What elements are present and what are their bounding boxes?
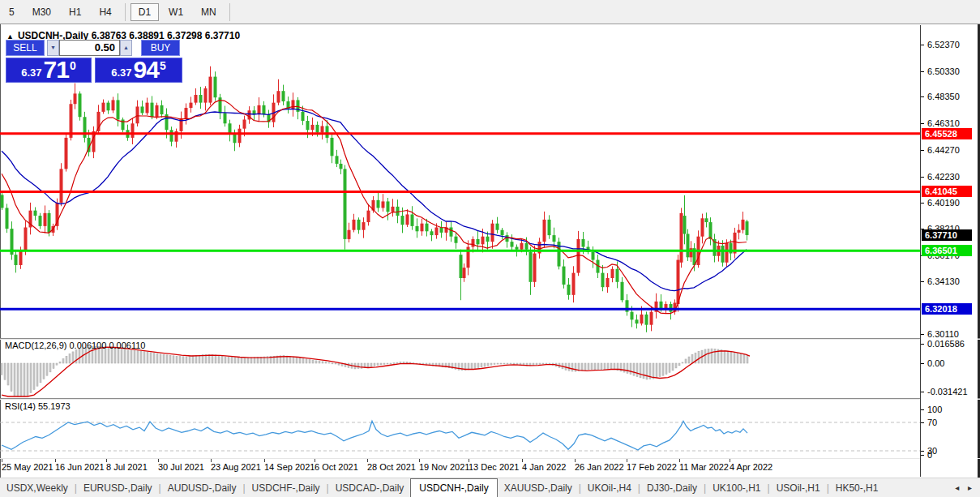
macd-histogram-bar: [72, 352, 74, 363]
candle-bearish: [548, 220, 551, 235]
macd-histogram-bar: [36, 363, 38, 386]
sell-price-panel[interactable]: 6.37 71 0: [6, 58, 92, 83]
date-axis-label: 6 Oct 2021: [315, 462, 358, 472]
macd-histogram-bar: [143, 352, 145, 363]
candle-bullish: [44, 213, 47, 226]
date-axis-tick: [158, 459, 159, 462]
macd-histogram-bar: [458, 363, 460, 370]
candle-bearish: [199, 95, 203, 103]
macd-histogram-bar: [179, 357, 181, 363]
macd-rsi-separator[interactable]: [0, 398, 980, 400]
volume-increase-icon[interactable]: ▲: [120, 40, 132, 56]
volume-decrease-icon[interactable]: ▼: [47, 40, 59, 56]
price-macd-separator[interactable]: [0, 338, 980, 340]
macd-histogram-bar: [53, 363, 54, 369]
candle-bullish: [321, 126, 324, 132]
macd-histogram-bar: [685, 359, 687, 363]
macd-histogram-bar: [195, 356, 197, 363]
axis-tick: [921, 344, 924, 345]
macd-histogram-bar: [241, 358, 242, 363]
macd-histogram-bar: [503, 363, 505, 364]
macd-histogram-bar: [79, 349, 80, 363]
macd-histogram-bar: [186, 357, 187, 363]
chart-tab-dj30-daily[interactable]: DJ30-,Daily: [640, 480, 704, 496]
date-axis-tick: [211, 459, 212, 462]
macd-histogram-bar: [653, 363, 654, 379]
chart-tab-uk100-h1[interactable]: UK100-,H1: [706, 480, 767, 496]
macd-histogram-bar: [546, 363, 547, 364]
price-tag: 6.36501: [922, 245, 972, 256]
candle-bullish: [650, 312, 653, 325]
macd-histogram-bar: [131, 350, 132, 363]
macd-histogram-bar: [380, 363, 382, 365]
macd-histogram-bar: [387, 363, 388, 364]
macd-histogram-bar: [594, 363, 596, 370]
candle-bullish: [24, 227, 28, 251]
macd-histogram-bar: [396, 362, 398, 363]
candle-bullish: [19, 251, 23, 265]
chart-tab-xauusd-daily[interactable]: XAUUSD-,Daily: [498, 480, 579, 496]
macd-histogram-bar: [588, 363, 589, 370]
timeframe-button-MN[interactable]: MN: [193, 3, 225, 21]
chart-tab-eurusd-daily[interactable]: EURUSD-,Daily: [77, 480, 159, 496]
macd-histogram-bar: [244, 358, 246, 363]
candle-bullish: [640, 315, 644, 323]
macd-histogram-bar: [536, 363, 537, 365]
macd-histogram-bar: [513, 363, 515, 364]
chart-tab-usdcnh-daily[interactable]: USDCNH-,Daily: [410, 478, 497, 497]
candle-bearish: [450, 227, 453, 236]
axis-tick: [921, 203, 924, 204]
timeframe-button-W1[interactable]: W1: [160, 3, 191, 21]
macd-histogram-bar: [393, 363, 395, 364]
chart-canvas[interactable]: [0, 26, 920, 477]
macd-histogram-bar: [507, 363, 508, 364]
buy-button[interactable]: BUY: [141, 40, 180, 56]
macd-histogram-bar: [169, 355, 171, 363]
macd-histogram-bar: [153, 353, 155, 363]
rsi-axis-label: 100: [927, 405, 942, 414]
macd-histogram-bar: [601, 363, 602, 370]
price-tag: 6.45528: [922, 128, 972, 139]
sell-button[interactable]: SELL: [6, 40, 45, 56]
buy-price-panel[interactable]: 6.37 94 5: [95, 58, 182, 83]
chart-tab-usdchf-daily[interactable]: USDCHF-,Daily: [246, 480, 327, 496]
rsi-indicator-label: RSI(14) 55.1973: [5, 401, 71, 411]
macd-histogram-bar: [630, 363, 631, 375]
timeframe-button-M30[interactable]: M30: [24, 3, 59, 21]
macd-histogram-bar: [176, 356, 178, 363]
candle-bearish: [306, 121, 310, 130]
price-axis-label: 6.40190: [927, 198, 960, 208]
macd-histogram-bar: [289, 357, 291, 363]
timeframe-button-H1[interactable]: H1: [61, 3, 89, 21]
price-tag: 6.41045: [922, 186, 972, 197]
candle-bearish: [705, 218, 708, 222]
macd-histogram-bar: [510, 363, 511, 364]
chart-tab-audusd-daily[interactable]: AUDUSD-,Daily: [161, 480, 243, 496]
macd-histogram-bar: [14, 363, 15, 396]
chart-tab-bar: USDX,Weekly|EURUSD-,Daily|AUDUSD-,Daily|…: [0, 478, 980, 497]
date-axis-label: 8 Jul 2021: [106, 462, 148, 472]
macd-histogram-bar: [390, 363, 392, 364]
chart-tab-ukoil-h4[interactable]: UKOil-,H4: [581, 480, 638, 496]
macd-histogram-bar: [636, 363, 638, 377]
timeframe-button-D1[interactable]: D1: [131, 3, 159, 21]
chart-tab-usdcad-daily[interactable]: USDCAD-,Daily: [329, 480, 411, 496]
chart-tab-usdx-weekly[interactable]: USDX,Weekly: [0, 480, 75, 496]
candle-bullish: [362, 222, 366, 230]
macd-histogram-bar: [312, 360, 314, 363]
chart-tab-hk50-h1[interactable]: HK50-,H1: [829, 480, 885, 496]
candle-bearish: [117, 100, 120, 119]
candle-bullish: [102, 103, 105, 112]
volume-input[interactable]: 0.50: [59, 40, 120, 56]
timeframe-button-5[interactable]: 5: [1, 3, 23, 21]
macd-histogram-bar: [7, 363, 9, 385]
tab-scroll-arrows-icon[interactable]: ◂ ▸: [955, 483, 975, 492]
timeframe-button-H4[interactable]: H4: [91, 3, 119, 21]
candle-bearish: [302, 112, 305, 121]
candle-bearish: [709, 222, 713, 239]
macd-histogram-bar: [40, 363, 41, 383]
candle-bearish: [282, 91, 285, 101]
toolbar-separator: [125, 3, 126, 21]
chart-tab-usoil-h1[interactable]: USOil-,H1: [770, 480, 827, 496]
candle-bullish: [185, 108, 188, 118]
